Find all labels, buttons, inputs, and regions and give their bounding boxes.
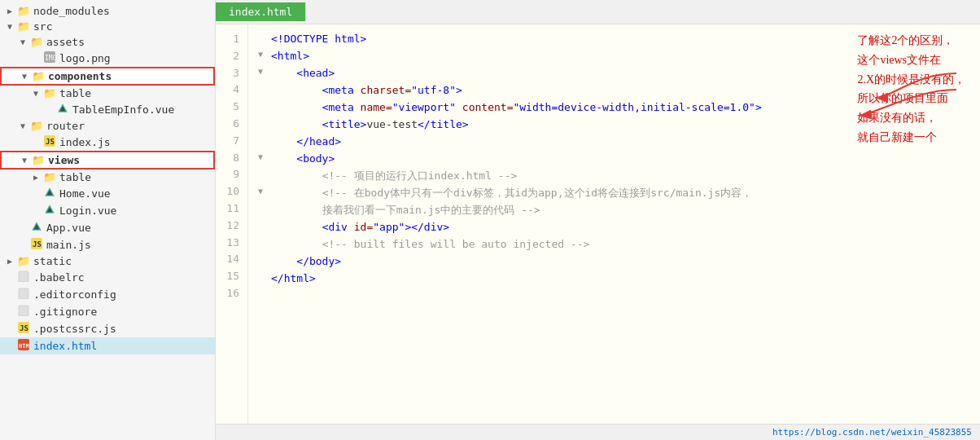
folder-icon-components: 📁 [31, 70, 46, 82]
code-line-9: <!-- 项目的运行入口index.html --> [258, 168, 970, 185]
tree-label-.gitignore: .gitignore [33, 306, 97, 318]
file-tree: ▶📁node_modules▼📁src▼📁assetsIMGlogo.png▼📁… [0, 0, 216, 440]
bottom-bar: https://blog.csdn.net/weixin_45823855 [216, 424, 980, 440]
code-line-8: ▼ <body> [258, 151, 970, 168]
folder-icon-table2: 📁 [42, 171, 57, 183]
tree-item-components[interactable]: ▼📁components [0, 67, 215, 86]
code-line-7: </head> [258, 134, 970, 151]
line-num-10: 10 [216, 183, 243, 200]
tree-label-Login.vue: Login.vue [59, 205, 116, 217]
code-line-11: 接着我们看一下main.js中的主要的代码 --> [258, 202, 970, 219]
tree-label-views: views [48, 154, 80, 166]
line-num-16: 16 [216, 285, 243, 302]
tree-label-router: router [46, 120, 85, 132]
svg-rect-14 [19, 271, 28, 282]
tree-label-table2: table [59, 171, 91, 183]
tree-item-.babelrc[interactable]: .babelrc [0, 269, 215, 286]
tree-arrow-components: ▼ [18, 72, 31, 81]
line-num-9: 9 [216, 166, 243, 183]
folder-icon-node_modules: 📁 [16, 5, 31, 17]
tree-arrow-node_modules: ▶ [3, 7, 16, 15]
tree-item-router[interactable]: ▼📁router [0, 118, 215, 134]
file-icon-.babelrc [16, 271, 31, 284]
tree-item-Home.vue[interactable]: Home.vue [0, 185, 215, 202]
code-text-5: <meta name="viewport" content="width=dev… [271, 99, 970, 117]
tree-label-table: table [59, 87, 91, 99]
tree-label-main.js: main.js [46, 239, 91, 251]
code-line-2: ▼<html> [258, 48, 970, 65]
code-line-3: ▼ <head> [258, 65, 970, 82]
tree-item-index.html[interactable]: HTMLindex.html [0, 337, 215, 354]
svg-text:JS: JS [33, 240, 42, 249]
code-line-13: <!-- built files will be auto injected -… [258, 236, 970, 253]
code-text-6: <title>vue-test</title> [271, 117, 970, 134]
tree-item-assets[interactable]: ▼📁assets [0, 34, 215, 50]
tree-item-.postcssrc.js[interactable]: JS.postcssrc.js [0, 320, 215, 337]
code-text-3: <head> [271, 65, 970, 82]
fold-icon-8[interactable]: ▼ [258, 151, 269, 164]
html-icon-index.html: HTML [16, 339, 31, 353]
fold-icon-10[interactable]: ▼ [258, 185, 269, 198]
vue-icon-App.vue [29, 221, 44, 235]
vue-icon-Login.vue [42, 204, 57, 218]
folder-icon-views: 📁 [31, 154, 46, 166]
code-line-15: </html> [258, 271, 970, 288]
folder-icon-router: 📁 [29, 120, 44, 132]
line-num-11: 11 [216, 200, 243, 218]
code-text-4: <meta charset="utf-8"> [271, 82, 970, 99]
tree-label-.postcssrc.js: .postcssrc.js [33, 323, 116, 335]
tree-item-index.js[interactable]: JSindex.js [0, 134, 215, 151]
folder-icon-assets: 📁 [29, 36, 44, 48]
tree-item-.gitignore[interactable]: .gitignore [0, 303, 215, 320]
fold-icon-2[interactable]: ▼ [258, 48, 269, 61]
tree-label-assets: assets [46, 36, 85, 48]
svg-rect-15 [19, 288, 28, 299]
tree-item-src[interactable]: ▼📁src [0, 19, 215, 34]
line-num-1: 1 [216, 31, 243, 48]
tree-item-table2[interactable]: ▶📁table [0, 169, 215, 185]
code-text-7: </head> [271, 134, 970, 151]
tree-item-.editorconfig[interactable]: .editorconfig [0, 286, 215, 303]
tree-item-node_modules[interactable]: ▶📁node_modules [0, 3, 215, 19]
tree-label-.editorconfig: .editorconfig [33, 288, 116, 301]
tree-item-main.js[interactable]: JSmain.js [0, 236, 215, 253]
line-num-15: 15 [216, 268, 243, 285]
tree-label-App.vue: App.vue [46, 222, 91, 234]
tree-item-TableEmpInfo.vue[interactable]: TableEmpInfo.vue [0, 101, 215, 118]
tree-arrow-views: ▼ [18, 156, 31, 165]
code-line-1: <!DOCTYPE html> [258, 31, 970, 48]
main-editor: index.html 12345678910111213141516 <!DOC… [216, 0, 980, 440]
line-num-14: 14 [216, 251, 243, 268]
js-icon-main.js: JS [29, 238, 44, 252]
tree-arrow-table: ▼ [29, 89, 42, 98]
tree-item-App.vue[interactable]: App.vue [0, 219, 215, 236]
tree-arrow-assets: ▼ [16, 37, 29, 46]
line-numbers: 12345678910111213141516 [216, 24, 248, 424]
tree-arrow-table2: ▶ [29, 173, 42, 182]
tree-item-views[interactable]: ▼📁views [0, 151, 215, 169]
code-text-1: <!DOCTYPE html> [271, 31, 970, 48]
tree-label-Home.vue: Home.vue [59, 187, 111, 200]
tree-item-static[interactable]: ▶📁static [0, 253, 215, 269]
fold-icon-3[interactable]: ▼ [258, 65, 269, 78]
tab-index-html[interactable]: index.html [216, 2, 306, 21]
tree-label-src: src [33, 20, 52, 33]
tree-item-logo.png[interactable]: IMGlogo.png [0, 50, 215, 67]
img-icon-logo.png: IMG [42, 51, 57, 65]
js-icon-index.js: JS [42, 135, 57, 149]
tree-label-node_modules: node_modules [33, 5, 110, 17]
code-text-2: <html> [271, 48, 970, 65]
tree-item-Login.vue[interactable]: Login.vue [0, 202, 215, 219]
js-icon-.postcssrc.js: JS [16, 322, 31, 336]
code-container: 12345678910111213141516 <!DOCTYPE html>▼… [216, 24, 980, 424]
tab-bar: index.html [216, 0, 980, 24]
code-line-6: <title>vue-test</title> [258, 117, 970, 134]
code-line-5: <meta name="viewport" content="width=dev… [258, 99, 970, 117]
line-num-4: 4 [216, 81, 243, 99]
tree-label-index.html: index.html [33, 340, 97, 352]
code-line-14: </body> [258, 253, 970, 271]
tree-label-.babelrc: .babelrc [33, 271, 85, 284]
tree-arrow-router: ▼ [16, 121, 29, 130]
svg-text:JS: JS [46, 138, 55, 146]
tree-item-table[interactable]: ▼📁table [0, 86, 215, 101]
